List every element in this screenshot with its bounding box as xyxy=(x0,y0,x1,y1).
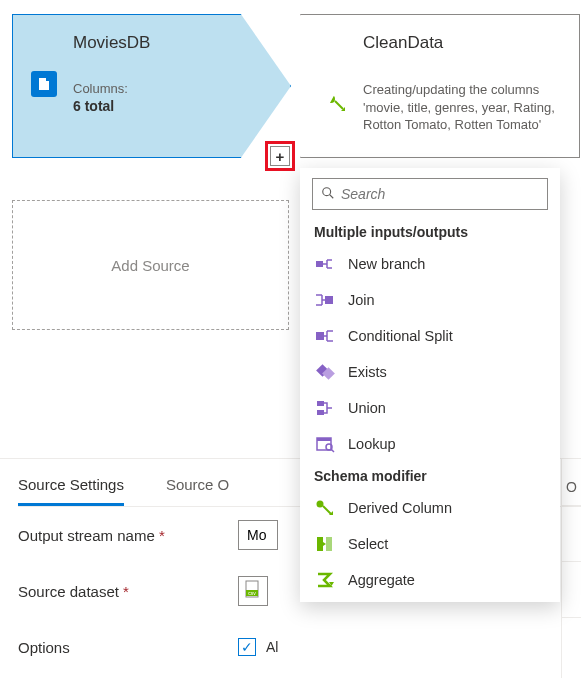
tab-source-options[interactable]: Source O xyxy=(166,476,229,506)
derived-column-icon xyxy=(314,498,336,518)
join-icon xyxy=(314,290,336,310)
output-stream-name-input[interactable] xyxy=(238,520,278,550)
columns-label: Columns: xyxy=(73,81,250,96)
menu-item-aggregate[interactable]: Aggregate xyxy=(300,562,560,598)
menu-label: Lookup xyxy=(348,436,396,452)
search-input[interactable] xyxy=(341,186,539,202)
svg-rect-12 xyxy=(317,438,331,441)
source-dataset-selector[interactable]: csv xyxy=(238,576,268,606)
transformation-dropdown: Multiple inputs/outputs New branch Join … xyxy=(300,168,560,602)
output-stream-name-label: Output stream name * xyxy=(18,527,228,544)
svg-rect-10 xyxy=(317,410,324,415)
svg-marker-19 xyxy=(323,542,326,546)
derived-column-icon xyxy=(325,93,349,121)
svg-rect-6 xyxy=(316,332,324,340)
search-icon xyxy=(321,186,335,203)
menu-label: Conditional Split xyxy=(348,328,453,344)
columns-value: 6 total xyxy=(73,98,250,114)
menu-item-join[interactable]: Join xyxy=(300,282,560,318)
tab-source-settings[interactable]: Source Settings xyxy=(18,476,124,506)
menu-label: Select xyxy=(348,536,388,552)
menu-item-derived-column[interactable]: Derived Column xyxy=(300,490,560,526)
csv-file-icon: csv xyxy=(244,580,262,603)
lookup-icon xyxy=(314,434,336,454)
select-icon xyxy=(314,534,336,554)
svg-line-3 xyxy=(330,194,334,198)
svg-point-0 xyxy=(327,95,335,103)
svg-rect-17 xyxy=(317,537,323,551)
branch-icon xyxy=(314,254,336,274)
svg-rect-18 xyxy=(326,537,332,551)
menu-label: New branch xyxy=(348,256,425,272)
svg-rect-9 xyxy=(317,401,324,406)
menu-item-new-branch[interactable]: New branch xyxy=(300,246,560,282)
menu-label: Join xyxy=(348,292,375,308)
add-source-button[interactable]: Add Source xyxy=(12,200,289,330)
right-truncated-column: O xyxy=(561,458,581,678)
svg-point-15 xyxy=(317,501,324,508)
dataset-icon xyxy=(31,71,57,97)
svg-rect-4 xyxy=(316,261,323,267)
svg-point-2 xyxy=(323,187,331,195)
options-checkbox-label: Al xyxy=(266,639,278,655)
options-checkbox[interactable]: ✓ xyxy=(238,638,256,656)
union-icon xyxy=(314,398,336,418)
section-header-multi: Multiple inputs/outputs xyxy=(300,218,560,246)
svg-text:csv: csv xyxy=(248,590,256,596)
svg-line-14 xyxy=(331,449,334,452)
menu-item-select[interactable]: Select xyxy=(300,526,560,562)
menu-item-union[interactable]: Union xyxy=(300,390,560,426)
node-description: Creating/updating the columns 'movie, ti… xyxy=(363,81,565,134)
node-title: CleanData xyxy=(363,33,565,53)
add-source-label: Add Source xyxy=(111,257,189,274)
exists-icon xyxy=(314,362,336,382)
node-title: MoviesDB xyxy=(73,33,250,53)
menu-item-exists[interactable]: Exists xyxy=(300,354,560,390)
right-header: O xyxy=(562,458,581,506)
menu-item-conditional-split[interactable]: Conditional Split xyxy=(300,318,560,354)
step-node-cleandata[interactable]: CleanData Creating/updating the columns … xyxy=(300,14,580,158)
svg-rect-5 xyxy=(325,296,333,304)
source-dataset-label: Source dataset * xyxy=(18,583,228,600)
add-transformation-button[interactable]: + xyxy=(270,146,290,166)
menu-label: Aggregate xyxy=(348,572,415,588)
menu-label: Exists xyxy=(348,364,387,380)
menu-label: Union xyxy=(348,400,386,416)
options-label: Options xyxy=(18,639,228,656)
menu-item-lookup[interactable]: Lookup xyxy=(300,426,560,462)
search-box[interactable] xyxy=(312,178,548,210)
menu-label: Derived Column xyxy=(348,500,452,516)
conditional-split-icon xyxy=(314,326,336,346)
aggregate-icon xyxy=(314,570,336,590)
section-header-schema: Schema modifier xyxy=(300,462,560,490)
source-node-moviesdb[interactable]: MoviesDB Columns: 6 total xyxy=(12,14,291,158)
